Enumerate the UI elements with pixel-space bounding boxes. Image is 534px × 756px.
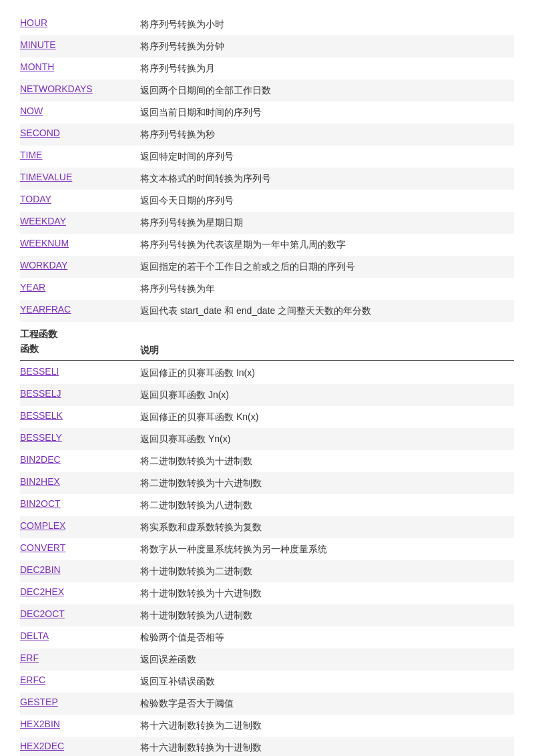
func-link[interactable]: WEEKNUM — [20, 238, 69, 248]
func-desc-cell: 返回互补错误函数 — [140, 675, 514, 689]
func-name-cell: DEC2BIN — [20, 564, 140, 575]
func-link[interactable]: BESSELK — [20, 410, 63, 421]
func-desc-cell: 将十六进制数转换为十进制数 — [140, 741, 514, 755]
func-link[interactable]: NETWORKDAYS — [20, 83, 93, 94]
func-desc-cell: 返回贝赛耳函数 Yn(x) — [140, 432, 514, 446]
func-desc-cell: 返回今天日期的序列号 — [140, 194, 514, 208]
func-name-cell: YEAR — [20, 282, 140, 293]
section1-rows: HOUR将序列号转换为小时MINUTE将序列号转换为分钟MONTH将序列号转换为… — [20, 13, 514, 322]
func-name-cell: BESSELJ — [20, 388, 140, 399]
func-link[interactable]: NOW — [20, 106, 43, 116]
func-name-cell: CONVERT — [20, 542, 140, 553]
table-row: CONVERT将数字从一种度量系统转换为另一种度量系统 — [20, 538, 514, 560]
func-link[interactable]: BIN2HEX — [20, 476, 60, 487]
func-link[interactable]: HEX2BIN — [20, 719, 60, 729]
func-link[interactable]: TIME — [20, 150, 42, 160]
func-link[interactable]: WORKDAY — [20, 260, 67, 270]
func-name-cell: NOW — [20, 106, 140, 116]
func-desc-cell: 返回特定时间的序列号 — [140, 150, 514, 164]
func-link[interactable]: ERFC — [20, 675, 45, 685]
func-link[interactable]: CONVERT — [20, 542, 65, 553]
func-link[interactable]: ERF — [20, 652, 39, 663]
func-link[interactable]: YEARFRAC — [20, 304, 71, 315]
table-row: HEX2DEC将十六进制数转换为十进制数 — [20, 737, 514, 756]
func-name-cell: NETWORKDAYS — [20, 83, 140, 94]
func-link[interactable]: BESSELJ — [20, 388, 61, 399]
func-link[interactable]: TODAY — [20, 194, 51, 204]
func-desc-cell: 将实系数和虚系数转换为复数 — [140, 520, 514, 534]
func-link[interactable]: BESSELI — [20, 366, 59, 377]
func-link[interactable]: BESSELY — [20, 432, 62, 443]
table-row: NOW返回当前日期和时间的序列号 — [20, 102, 514, 124]
table-row: DELTA检验两个值是否相等 — [20, 626, 514, 648]
func-link[interactable]: MINUTE — [20, 39, 56, 50]
table-row: GESTEP检验数字是否大于阈值 — [20, 693, 514, 715]
func-link[interactable]: HOUR — [20, 17, 47, 28]
func-link[interactable]: BIN2OCT — [20, 498, 61, 509]
table-row: DEC2BIN将十进制数转换为二进制数 — [20, 560, 514, 582]
func-desc-cell: 将序列号转换为分钟 — [140, 39, 514, 53]
func-link[interactable]: HEX2DEC — [20, 741, 64, 751]
func-name-cell: ERFC — [20, 675, 140, 685]
func-link[interactable]: DEC2OCT — [20, 608, 65, 619]
table-row: ERFC返回互补错误函数 — [20, 671, 514, 693]
func-link[interactable]: MONTH — [20, 61, 54, 72]
func-link[interactable]: YEAR — [20, 282, 45, 293]
func-link[interactable]: DEC2BIN — [20, 564, 61, 575]
section2-label: 工程函数 — [20, 322, 514, 343]
table-row: BESSELI返回修正的贝赛耳函数 In(x) — [20, 362, 514, 384]
func-link[interactable]: SECOND — [20, 128, 60, 138]
func-desc-cell: 将数字从一种度量系统转换为另一种度量系统 — [140, 542, 514, 556]
func-desc-cell: 将文本格式的时间转换为序列号 — [140, 172, 514, 186]
func-name-cell: YEARFRAC — [20, 304, 140, 315]
func-desc-cell: 返回当前日期和时间的序列号 — [140, 106, 514, 120]
col-header-desc: 说明 — [140, 343, 514, 357]
func-desc-cell: 将十六进制数转换为二进制数 — [140, 719, 514, 733]
func-name-cell: WORKDAY — [20, 260, 140, 270]
func-link[interactable]: GESTEP — [20, 697, 58, 707]
func-name-cell: WEEKNUM — [20, 238, 140, 248]
table-row: TODAY返回今天日期的序列号 — [20, 190, 514, 212]
table-row: COMPLEX将实系数和虚系数转换为复数 — [20, 516, 514, 538]
table-row: NETWORKDAYS返回两个日期间的全部工作日数 — [20, 79, 514, 102]
table-row: WEEKDAY将序列号转换为星期日期 — [20, 212, 514, 234]
func-link[interactable]: COMPLEX — [20, 520, 65, 531]
table-row: BESSELK返回修正的贝赛耳函数 Kn(x) — [20, 406, 514, 428]
func-desc-cell: 返回误差函数 — [140, 652, 514, 667]
func-link[interactable]: DELTA — [20, 630, 49, 641]
func-link[interactable]: WEEKDAY — [20, 216, 66, 226]
func-desc-cell: 返回修正的贝赛耳函数 In(x) — [140, 366, 514, 380]
func-desc-cell: 将序列号转换为星期日期 — [140, 216, 514, 230]
func-link[interactable]: TIMEVALUE — [20, 172, 72, 182]
func-desc-cell: 返回修正的贝赛耳函数 Kn(x) — [140, 410, 514, 424]
func-desc-cell: 检验数字是否大于阈值 — [140, 697, 514, 711]
col-header-name: 函数 — [20, 343, 140, 357]
table-row: WORKDAY返回指定的若干个工作日之前或之后的日期的序列号 — [20, 256, 514, 278]
table-row: BESSELJ返回贝赛耳函数 Jn(x) — [20, 384, 514, 406]
table-row: BIN2OCT将二进制数转换为八进制数 — [20, 494, 514, 516]
func-desc-cell: 返回指定的若干个工作日之前或之后的日期的序列号 — [140, 260, 514, 274]
table-row: TIME返回特定时间的序列号 — [20, 146, 514, 168]
func-desc-cell: 返回贝赛耳函数 Jn(x) — [140, 388, 514, 402]
table-row: BIN2DEC将二进制数转换为十进制数 — [20, 450, 514, 472]
func-name-cell: TIME — [20, 150, 140, 160]
func-name-cell: BESSELY — [20, 432, 140, 443]
func-desc-cell: 检验两个值是否相等 — [140, 630, 514, 644]
table-row: HOUR将序列号转换为小时 — [20, 13, 514, 35]
func-name-cell: COMPLEX — [20, 520, 140, 531]
table-row: WEEKNUM将序列号转换为代表该星期为一年中第几周的数字 — [20, 234, 514, 256]
func-name-cell: BIN2OCT — [20, 498, 140, 509]
table-row: SECOND将序列号转换为秒 — [20, 124, 514, 146]
func-name-cell: HEX2DEC — [20, 741, 140, 751]
func-link[interactable]: DEC2HEX — [20, 586, 64, 597]
func-name-cell: BESSELK — [20, 410, 140, 421]
table-row: MONTH将序列号转换为月 — [20, 57, 514, 79]
func-name-cell: DELTA — [20, 630, 140, 641]
func-desc-cell: 将二进制数转换为十进制数 — [140, 454, 514, 468]
func-name-cell: TODAY — [20, 194, 140, 204]
func-desc-cell: 将序列号转换为年 — [140, 282, 514, 296]
func-name-cell: HOUR — [20, 17, 140, 28]
func-name-cell: BESSELI — [20, 366, 140, 377]
func-link[interactable]: BIN2DEC — [20, 454, 61, 465]
table-row: BESSELY返回贝赛耳函数 Yn(x) — [20, 428, 514, 450]
